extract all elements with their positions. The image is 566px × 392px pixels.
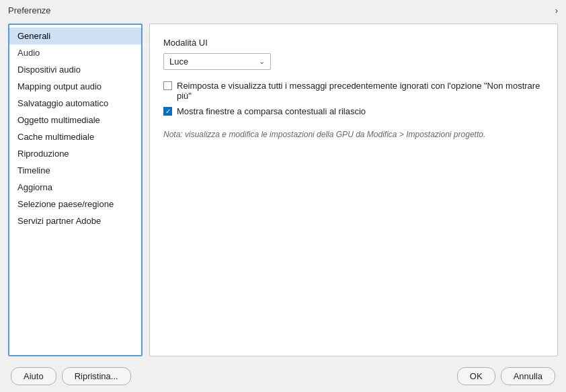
annulla-button[interactable]: Annulla (501, 367, 555, 385)
checkbox-show-tooltips[interactable] (163, 107, 172, 116)
ui-mode-label: Modalità UI (163, 38, 544, 48)
content-panel: Modalità UI Luce ⌄ Reimposta e visualizz… (149, 24, 558, 356)
checkbox-label-show-tooltips: Mostra finestre a comparsa contestuali a… (177, 106, 366, 116)
ui-mode-section: Modalità UI Luce ⌄ (163, 38, 544, 70)
main-content: GeneraliAudioDispositivi audioMapping ou… (0, 18, 566, 362)
sidebar-item-oggetto-multimediale[interactable]: Oggetto multimediale (9, 112, 141, 128)
sidebar-item-dispositivi-audio[interactable]: Dispositivi audio (9, 61, 141, 78)
sidebar-group-audio: Audio (9, 44, 141, 61)
note-text: Nota: visualizza e modifica le impostazi… (163, 130, 544, 139)
checkbox-row-show-tooltips: Mostra finestre a comparsa contestuali a… (163, 106, 544, 116)
title-bar: Preferenze › (0, 0, 566, 18)
bottom-left-buttons: AiutoRipristina... (11, 367, 131, 385)
expand-icon[interactable]: › (555, 5, 558, 15)
sidebar: GeneraliAudioDispositivi audioMapping ou… (8, 24, 143, 356)
sidebar-item-riproduzione[interactable]: Riproduzione (9, 145, 141, 162)
ui-mode-dropdown[interactable]: Luce ⌄ (163, 53, 271, 70)
bottom-right-buttons: OKAnnulla (457, 367, 555, 385)
bottom-bar: AiutoRipristina... OKAnnulla (0, 362, 566, 392)
ui-mode-value: Luce (169, 56, 188, 67)
ripristina-button[interactable]: Ripristina... (62, 367, 131, 385)
checkbox-row-reset-messages: Reimposta e visualizza tutti i messaggi … (163, 81, 544, 101)
sidebar-item-cache-multimediale[interactable]: Cache multimediale (9, 128, 141, 145)
checkbox-reset-messages[interactable] (163, 81, 172, 90)
checkbox-label-reset-messages: Reimposta e visualizza tutti i messaggi … (177, 81, 544, 101)
sidebar-item-aggiorna[interactable]: Aggiorna (9, 179, 141, 196)
sidebar-item-selezione-paese-regione[interactable]: Selezione paese/regione (9, 196, 141, 212)
sidebar-item-generali[interactable]: Generali (9, 28, 141, 44)
sidebar-item-salvataggio-automatico[interactable]: Salvataggio automatico (9, 95, 141, 112)
sidebar-item-mapping-output-audio[interactable]: Mapping output audio (9, 78, 141, 95)
checkbox-section: Reimposta e visualizza tutti i messaggi … (163, 81, 544, 116)
chevron-down-icon: ⌄ (259, 57, 265, 66)
ok-button[interactable]: OK (457, 367, 495, 385)
sidebar-item-servizi-partner-adobe[interactable]: Servizi partner Adobe (9, 212, 141, 229)
aiuto-button[interactable]: Aiuto (11, 367, 56, 385)
sidebar-item-timeline[interactable]: Timeline (9, 162, 141, 179)
window-title: Preferenze (8, 5, 51, 15)
